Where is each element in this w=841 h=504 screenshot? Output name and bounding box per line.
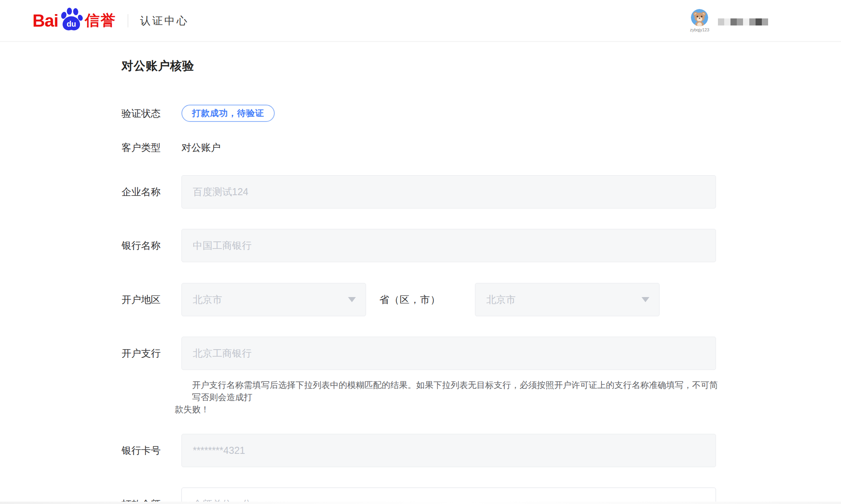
verify-status-row: 验证状态 打款成功，待验证 xyxy=(121,105,841,122)
province-select[interactable]: 北京市 xyxy=(181,283,366,316)
city-select[interactable]: 北京市 xyxy=(475,283,660,316)
customer-type-row: 客户类型 对公账户 xyxy=(121,141,841,153)
card-number-input[interactable] xyxy=(181,434,716,467)
account-verification-form: 验证状态 打款成功，待验证 客户类型 对公账户 企业名称 银行名称 开户地区 北… xyxy=(121,105,841,504)
bank-region-label: 开户地区 xyxy=(121,293,181,306)
city-select-value: 北京市 xyxy=(486,293,516,306)
branch-help-line2: 款失败！ xyxy=(175,403,720,415)
customer-type-label: 客户类型 xyxy=(121,141,181,154)
bank-name-label: 银行名称 xyxy=(121,239,181,252)
verify-status-label: 验证状态 xyxy=(121,107,181,120)
branch-help-text: 开户支行名称需填写后选择下拉列表中的模糊匹配的结果。如果下拉列表无目标支行，必须… xyxy=(175,379,720,415)
company-name-row: 企业名称 xyxy=(121,175,841,208)
logo-text-du: du xyxy=(67,20,76,28)
logo-text-bai: Bai xyxy=(33,11,58,31)
header-title: 认证中心 xyxy=(140,14,188,28)
company-name-label: 企业名称 xyxy=(121,185,181,198)
header-user-area: zybqjy123 xyxy=(690,9,768,32)
province-select-value: 北京市 xyxy=(193,293,222,306)
customer-type-value: 对公账户 xyxy=(181,141,221,154)
branch-help-line1: 开户支行名称需填写后选择下拉列表中的模糊匹配的结果。如果下拉列表无目标支行，必须… xyxy=(175,379,720,403)
branch-label: 开户支行 xyxy=(121,347,181,360)
logo-text-xinyu: 信誉 xyxy=(85,11,116,31)
username-label: zybqjy123 xyxy=(690,27,709,32)
chevron-down-icon xyxy=(642,297,649,302)
province-unit-label: 省（区，市） xyxy=(379,293,440,306)
status-badge: 打款成功，待验证 xyxy=(181,105,275,122)
branch-row: 开户支行 xyxy=(121,337,841,370)
page-title: 对公账户核验 xyxy=(121,58,841,74)
card-number-row: 银行卡号 xyxy=(121,434,841,467)
bottom-edge-strip xyxy=(0,502,841,504)
company-name-input[interactable] xyxy=(181,175,716,208)
baidu-xinyu-logo[interactable]: Bai du 信誉 xyxy=(33,9,116,33)
bank-name-input[interactable] xyxy=(181,229,716,262)
card-number-label: 银行卡号 xyxy=(121,444,181,457)
user-avatar[interactable] xyxy=(691,9,708,26)
header-divider xyxy=(128,14,128,27)
header: Bai du 信誉 认证中心 xyxy=(0,0,841,42)
chevron-down-icon xyxy=(348,297,356,302)
bank-region-row: 开户地区 北京市 省（区，市） 北京市 xyxy=(121,283,841,316)
redacted-account-info xyxy=(718,18,768,25)
branch-input[interactable] xyxy=(181,337,716,370)
bank-name-row: 银行名称 xyxy=(121,229,841,262)
baidu-paw-icon: du xyxy=(59,7,83,31)
